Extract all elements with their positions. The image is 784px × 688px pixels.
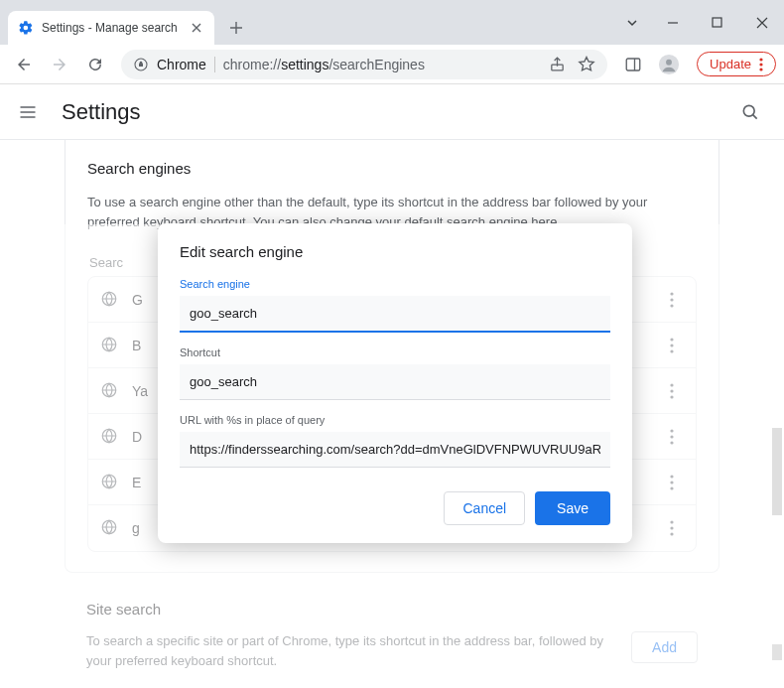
svg-rect-0 <box>713 18 721 27</box>
new-tab-button[interactable] <box>222 14 250 42</box>
maximize-button[interactable] <box>695 8 739 38</box>
field-label-url: URL with %s in place of query <box>180 414 610 426</box>
svg-point-10 <box>743 105 754 116</box>
update-label: Update <box>710 57 751 71</box>
minimize-button[interactable] <box>650 8 695 38</box>
svg-point-6 <box>666 59 672 65</box>
field-label-shortcut: Shortcut <box>180 346 610 358</box>
svg-point-9 <box>759 68 762 70</box>
tab-search-button[interactable] <box>614 8 650 38</box>
close-window-button[interactable] <box>739 8 784 38</box>
window-controls <box>614 0 784 45</box>
svg-rect-3 <box>626 59 640 70</box>
cancel-button[interactable]: Cancel <box>444 491 525 525</box>
more-icon <box>759 58 763 71</box>
window-titlebar: Settings - Manage search engine <box>0 0 784 45</box>
address-bar[interactable]: Chrome chrome://settings/searchEngines <box>121 50 607 79</box>
dialog-title: Edit search engine <box>180 243 610 260</box>
browser-tab[interactable]: Settings - Manage search engine <box>8 11 214 45</box>
side-panel-button[interactable] <box>617 49 649 80</box>
save-button[interactable]: Save <box>535 491 610 525</box>
browser-toolbar: Chrome chrome://settings/searchEngines U… <box>0 45 784 84</box>
field-label-search-engine: Search engine <box>180 278 610 290</box>
site-info-icon[interactable] <box>133 57 149 72</box>
svg-line-11 <box>753 114 757 118</box>
close-icon[interactable] <box>189 20 204 36</box>
page-title: Settings <box>62 99 141 125</box>
forward-button[interactable] <box>44 49 75 80</box>
update-button[interactable]: Update <box>697 52 776 76</box>
url-input[interactable] <box>180 432 610 468</box>
back-button[interactable] <box>8 49 40 80</box>
shortcut-input[interactable] <box>180 364 610 400</box>
url-text: chrome://settings/searchEngines <box>223 56 425 73</box>
search-engine-input[interactable] <box>180 296 610 333</box>
tab-title: Settings - Manage search engine <box>42 21 181 35</box>
search-icon[interactable] <box>740 102 760 122</box>
svg-point-8 <box>759 63 762 66</box>
separator <box>214 57 215 72</box>
settings-header: Settings <box>0 84 784 140</box>
profile-button[interactable] <box>653 49 685 80</box>
svg-point-7 <box>759 58 762 61</box>
bookmark-icon[interactable] <box>578 56 595 73</box>
menu-icon[interactable] <box>18 102 38 122</box>
url-scheme-label: Chrome <box>157 57 206 72</box>
share-icon[interactable] <box>549 56 566 72</box>
section-heading: Search engines <box>87 160 697 177</box>
reload-button[interactable] <box>79 49 111 80</box>
edit-search-engine-dialog: Edit search engine Search engine Shortcu… <box>158 223 632 543</box>
gear-icon <box>18 20 34 36</box>
